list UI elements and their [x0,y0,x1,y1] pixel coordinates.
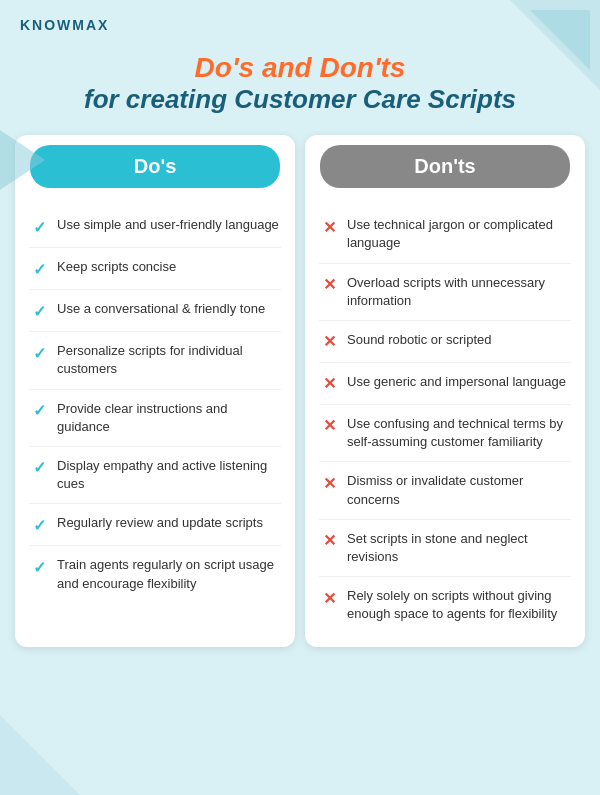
dos-list-item: ✓ Use simple and user-friendly language [29,206,281,248]
donts-item-text: Use confusing and technical terms by sel… [347,415,571,451]
donts-list-item: ✕ Set scripts in stone and neglect revis… [319,520,571,577]
donts-items-list: ✕ Use technical jargon or complicated la… [305,198,585,647]
columns-container: Do's ✓ Use simple and user-friendly lang… [0,135,600,667]
check-icon: ✓ [29,458,49,478]
dos-list-item: ✓ Regularly review and update scripts [29,504,281,546]
donts-item-text: Sound robotic or scripted [347,331,492,349]
donts-list-item: ✕ Sound robotic or scripted [319,321,571,363]
donts-list-item: ✕ Use technical jargon or complicated la… [319,206,571,263]
check-icon: ✓ [29,343,49,363]
cross-icon: ✕ [319,332,339,352]
dos-list-item: ✓ Display empathy and active listening c… [29,447,281,504]
dos-item-text: Regularly review and update scripts [57,514,263,532]
donts-list-item: ✕ Use confusing and technical terms by s… [319,405,571,462]
check-icon: ✓ [29,515,49,535]
dos-list-item: ✓ Provide clear instructions and guidanc… [29,390,281,447]
donts-item-text: Dismiss or invalidate customer concerns [347,472,571,508]
donts-item-text: Use generic and impersonal language [347,373,566,391]
check-icon: ✓ [29,259,49,279]
cross-icon: ✕ [319,416,339,436]
dos-list-item: ✓ Personalize scripts for individual cus… [29,332,281,389]
cross-icon: ✕ [319,531,339,551]
donts-column: Don'ts ✕ Use technical jargon or complic… [305,135,585,647]
dos-item-text: Keep scripts concise [57,258,176,276]
donts-item-text: Overload scripts with unnecessary inform… [347,274,571,310]
dos-item-text: Display empathy and active listening cue… [57,457,281,493]
decorative-triangle-bottom-left [0,715,80,795]
cross-icon: ✕ [319,374,339,394]
check-icon: ✓ [29,217,49,237]
decorative-triangle-left [0,120,45,200]
decorative-triangle-top-right-2 [530,10,590,70]
donts-header: Don'ts [320,145,570,188]
dos-item-text: Personalize scripts for individual custo… [57,342,281,378]
cross-icon: ✕ [319,588,339,608]
donts-item-text: Set scripts in stone and neglect revisio… [347,530,571,566]
dos-items-list: ✓ Use simple and user-friendly language … [15,198,295,617]
dos-item-text: Provide clear instructions and guidance [57,400,281,436]
dos-list-item: ✓ Keep scripts concise [29,248,281,290]
dos-item-text: Use simple and user-friendly language [57,216,279,234]
dos-column: Do's ✓ Use simple and user-friendly lang… [15,135,295,647]
main-title-line1: Do's and Don'ts [20,52,580,84]
check-icon: ✓ [29,401,49,421]
donts-list-item: ✕ Overload scripts with unnecessary info… [319,264,571,321]
donts-item-text: Rely solely on scripts without giving en… [347,587,571,623]
check-icon: ✓ [29,301,49,321]
cross-icon: ✕ [319,217,339,237]
cross-icon: ✕ [319,275,339,295]
main-title-line2: for creating Customer Care Scripts [20,84,580,115]
dos-list-item: ✓ Train agents regularly on script usage… [29,546,281,602]
donts-list-item: ✕ Dismiss or invalidate customer concern… [319,462,571,519]
dos-item-text: Train agents regularly on script usage a… [57,556,281,592]
cross-icon: ✕ [319,473,339,493]
check-icon: ✓ [29,557,49,577]
donts-list-item: ✕ Use generic and impersonal language [319,363,571,405]
dos-list-item: ✓ Use a conversational & friendly tone [29,290,281,332]
donts-item-text: Use technical jargon or complicated lang… [347,216,571,252]
dos-header: Do's [30,145,280,188]
logo: KNOWMAX [20,17,109,33]
donts-list-item: ✕ Rely solely on scripts without giving … [319,577,571,633]
dos-item-text: Use a conversational & friendly tone [57,300,265,318]
